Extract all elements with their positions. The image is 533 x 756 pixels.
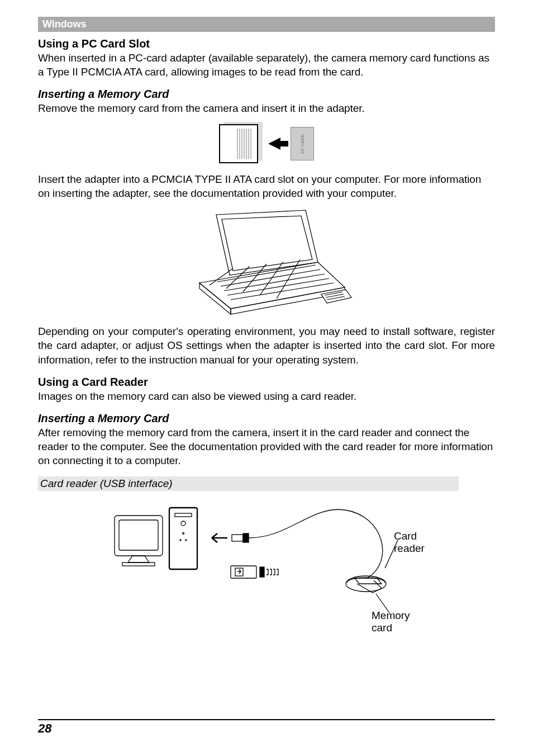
- subheading-inserting-memory-card-2: Inserting a Memory Card: [38, 412, 495, 425]
- paragraph: Remove the memory card from the camera a…: [38, 101, 495, 115]
- page-number: 28: [38, 721, 51, 735]
- cf-card-icon: CF CARD: [291, 127, 314, 160]
- svg-rect-10: [232, 535, 243, 541]
- arrow-left-icon: [268, 138, 280, 150]
- paragraph: Images on the memory card can also be vi…: [38, 389, 495, 403]
- svg-rect-2: [122, 563, 155, 566]
- svg-point-7: [183, 532, 184, 534]
- laptop-icon: [177, 209, 356, 315]
- svg-point-6: [181, 521, 185, 526]
- figure-laptop-slot: [38, 209, 495, 315]
- label-card-reader: Card reader: [394, 530, 425, 555]
- svg-point-9: [185, 540, 187, 541]
- svg-point-8: [180, 540, 181, 541]
- figure-usb-card-reader: Card reader Memory card: [38, 495, 495, 617]
- heading-card-reader: Using a Card Reader: [38, 376, 495, 389]
- heading-pc-card-slot: Using a PC Card Slot: [38, 37, 495, 50]
- page-footer: 28: [38, 719, 495, 736]
- figure-adapter-insert: CF CARD: [38, 124, 495, 163]
- figure-caption: Card reader (USB interface): [38, 476, 459, 491]
- paragraph: Insert the adapter into a PCMCIA TYPE II…: [38, 172, 495, 200]
- paragraph: After removing the memory card from the …: [38, 426, 495, 467]
- svg-rect-14: [260, 567, 264, 577]
- cf-card-label: CF CARD: [301, 134, 304, 154]
- svg-rect-5: [175, 513, 192, 517]
- subheading-inserting-memory-card: Inserting a Memory Card: [38, 88, 495, 101]
- svg-rect-0: [115, 516, 163, 556]
- section-header-bar: Windows: [38, 17, 495, 32]
- svg-rect-11: [243, 533, 249, 542]
- paragraph: Depending on your computer's operating e…: [38, 324, 495, 366]
- svg-rect-1: [119, 520, 158, 550]
- svg-rect-12: [231, 566, 256, 578]
- paragraph: When inserted in a PC-card adapter (avai…: [38, 51, 495, 79]
- pc-card-adapter-icon: [219, 124, 258, 163]
- label-memory-card: Memory card: [372, 609, 423, 634]
